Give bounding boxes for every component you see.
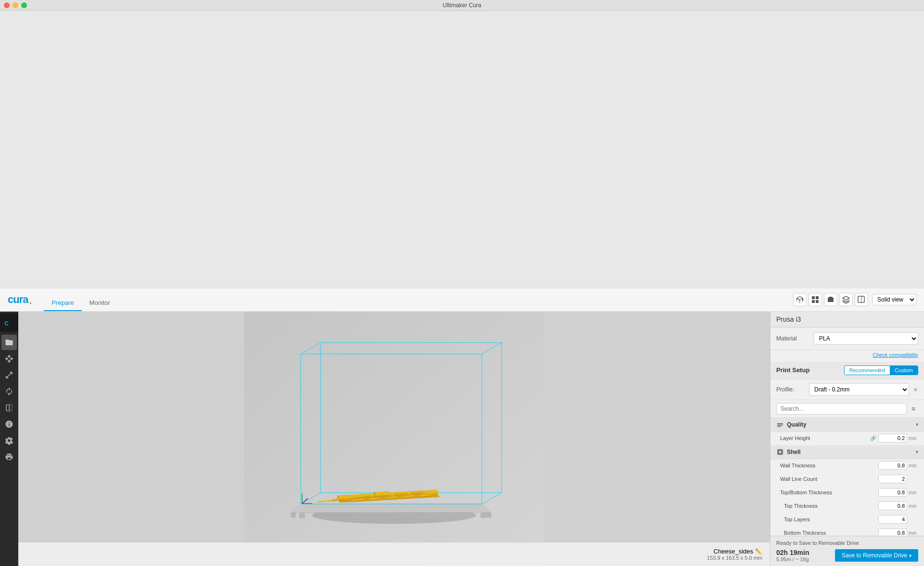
material-select[interactable]: PLA ABS PETG	[814, 332, 918, 345]
view-mode-select[interactable]: Solid view X-Ray Layer view	[872, 294, 916, 305]
window-title: Ultimaker Cura	[443, 2, 481, 9]
profile-label: Profile:	[776, 386, 805, 393]
edit-filename-icon[interactable]: ✏️	[755, 548, 762, 555]
tab-recommended[interactable]: Recommended	[845, 366, 890, 375]
section-shell[interactable]: Shell ▾	[770, 445, 924, 459]
tab-monitor[interactable]: Monitor	[82, 289, 118, 312]
wall-thickness-unit: mm	[909, 463, 918, 468]
bottom-thickness-label: Bottom Thickness	[784, 530, 878, 536]
profile-select[interactable]: Draft - 0.2mm Standard - 0.15mm Fine - 0…	[809, 383, 909, 396]
top-thickness-row: Top Thickness mm	[770, 500, 924, 513]
grid-icon[interactable]	[808, 293, 822, 306]
layer-height-icons: 🔗	[870, 435, 876, 441]
profile-row: Profile: Draft - 0.2mm Standard - 0.15mm…	[770, 379, 924, 400]
quality-icon	[776, 421, 784, 428]
tab-prepare[interactable]: Prepare	[44, 289, 81, 312]
3d-view-icon[interactable]	[793, 293, 807, 306]
3d-scene	[18, 312, 770, 566]
print-time: 02h 19min	[776, 549, 831, 556]
close-button[interactable]	[4, 2, 10, 8]
top-layers-row: Top Layers	[770, 513, 924, 527]
toolbar-mirror[interactable]	[1, 400, 17, 415]
svg-rect-41	[486, 512, 491, 517]
bottom-thickness-input[interactable]	[878, 528, 907, 536]
setup-tab-group: Recommended Custom	[844, 365, 919, 375]
minimize-button[interactable]	[13, 2, 18, 8]
svg-rect-1	[816, 296, 819, 299]
panel-content: Material PLA ABS PETG Check compatibilit…	[770, 327, 924, 536]
toolbar-support[interactable]	[1, 416, 17, 432]
section-quality[interactable]: Quality ▾	[770, 418, 924, 432]
wall-thickness-label: Wall Thickness	[780, 463, 878, 468]
bottom-thickness-unit: mm	[909, 530, 918, 536]
toolbar-move[interactable]	[1, 351, 17, 366]
search-input[interactable]	[776, 403, 907, 415]
svg-rect-2	[812, 300, 815, 303]
top-layers-label: Top Layers	[784, 516, 878, 522]
search-row: ≡	[770, 400, 924, 418]
material-row: Material PLA ABS PETG	[770, 327, 924, 350]
top-header: cura. Prepare Monitor	[0, 289, 924, 312]
top-bottom-thickness-row: Top/Bottom Thickness mm	[770, 486, 924, 500]
app-body	[0, 11, 924, 289]
toolbar-settings[interactable]	[1, 433, 17, 448]
svg-marker-63	[374, 491, 375, 497]
toolbar-printer[interactable]	[1, 449, 17, 465]
tab-custom[interactable]: Custom	[890, 366, 918, 375]
top-thickness-label: Top Thickness	[784, 503, 878, 509]
file-dimensions: 153.9 x 163.5 x 5.0 mm	[707, 555, 762, 561]
top-thickness-input[interactable]	[878, 502, 907, 510]
layers-icon[interactable]	[839, 293, 853, 306]
wall-line-count-input[interactable]	[878, 475, 907, 483]
svg-rect-86	[777, 423, 783, 424]
quality-chevron: ▾	[916, 422, 918, 427]
shell-chevron: ▾	[916, 449, 918, 454]
wall-thickness-row: Wall Thickness mm	[770, 459, 924, 473]
maximize-button[interactable]	[21, 2, 27, 8]
top-bottom-thickness-label: Top/Bottom Thickness	[780, 490, 878, 495]
nav-tabs: Prepare Monitor	[44, 289, 118, 312]
check-compatibility-link[interactable]: Check compatibility	[770, 350, 924, 362]
layer-height-input[interactable]	[878, 434, 907, 442]
quality-title: Quality	[787, 421, 916, 428]
toolbar-rotate[interactable]	[1, 384, 17, 399]
logo-dot: .	[28, 292, 32, 307]
layer-height-link-icon[interactable]: 🔗	[870, 435, 876, 441]
left-toolbar: c	[0, 312, 18, 566]
svg-rect-3	[816, 300, 819, 303]
printer-name: Prusa i3	[770, 312, 924, 327]
print-setup-header: Print Setup Recommended Custom	[770, 362, 924, 379]
wall-thickness-input[interactable]	[878, 461, 907, 470]
toolbar-scale[interactable]	[1, 367, 17, 383]
svg-rect-38	[299, 512, 305, 518]
viewport[interactable]: Cheese_sides ✏️ 153.9 x 163.5 x 5.0 mm	[18, 312, 770, 566]
svg-rect-40	[291, 512, 296, 517]
print-setup-title: Print Setup	[776, 366, 844, 374]
time-info: 02h 19min 5.95m / ~ 18g	[776, 549, 831, 562]
save-row: 02h 19min 5.95m / ~ 18g Save to Removabl…	[776, 549, 918, 562]
wall-line-count-row: Wall Line Count	[770, 473, 924, 486]
camera-icon[interactable]	[824, 293, 837, 306]
file-name: Cheese_sides	[714, 548, 753, 555]
save-chevron-icon: ▾	[909, 553, 911, 558]
search-menu-icon[interactable]: ≡	[909, 404, 918, 414]
svg-rect-87	[777, 425, 783, 426]
shell-icon	[776, 448, 784, 456]
top-layers-input[interactable]	[878, 515, 907, 524]
shell-title: Shell	[787, 449, 916, 455]
svg-rect-39	[480, 512, 486, 518]
bottom-info-bar: Cheese_sides ✏️ 153.9 x 163.5 x 5.0 mm	[18, 542, 770, 566]
split-icon[interactable]	[855, 293, 868, 306]
svg-rect-0	[812, 296, 815, 299]
svg-rect-90	[779, 451, 782, 453]
top-bottom-thickness-input[interactable]	[878, 488, 907, 497]
header-right: Solid view X-Ray Layer view	[793, 293, 916, 306]
top-thickness-unit: mm	[909, 503, 918, 509]
material-label: Material	[776, 335, 810, 342]
layer-height-unit: mm	[909, 436, 918, 441]
save-button[interactable]: Save to Removable Drive ▾	[835, 549, 918, 562]
wall-line-count-label: Wall Line Count	[780, 476, 878, 482]
toolbar-open-folder[interactable]	[1, 335, 17, 350]
window-controls[interactable]	[4, 2, 27, 8]
profile-star-icon: ★	[913, 386, 918, 393]
